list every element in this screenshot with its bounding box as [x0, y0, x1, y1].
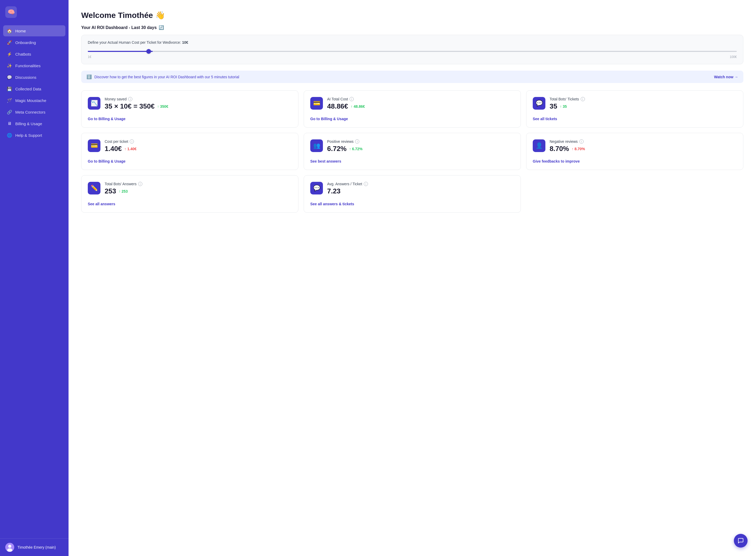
- sidebar-item-meta-connectors[interactable]: 🔗 Meta Connectors: [3, 106, 65, 117]
- card-title-row-2: Total Bots' Tickets i: [550, 97, 737, 101]
- sidebar-item-billing-usage[interactable]: 🖥 Billing & Usage: [3, 118, 65, 129]
- nav-icon-onboarding: 🚀: [7, 40, 12, 45]
- info-banner-text: ℹ️ Discover how to get the best figures …: [87, 74, 239, 79]
- card-value-2: 35: [550, 102, 557, 110]
- card-info-icon-7[interactable]: i: [364, 182, 368, 186]
- svg-point-1: [8, 545, 11, 548]
- nav-label-discussions: Discussions: [15, 75, 36, 79]
- card-info-icon-6[interactable]: i: [138, 182, 142, 186]
- card-title-text-5: Negative reviews: [550, 139, 578, 144]
- sidebar-item-chatbots[interactable]: ⚡ Chatbots: [3, 48, 65, 60]
- card-title-text-7: Avg. Answers / Ticket: [327, 182, 362, 186]
- card-info-icon-0[interactable]: i: [128, 97, 132, 101]
- card-link-7[interactable]: See all answers & tickets: [310, 201, 514, 206]
- cards-grid: 📉 Money saved i 35 × 10€ = 350€ ↑ 350€ G…: [81, 91, 743, 213]
- refresh-icon[interactable]: 🔄: [159, 25, 164, 30]
- nav-icon-chatbots: ⚡: [7, 51, 12, 57]
- dashboard-subtitle: Your AI ROI Dashboard - Last 30 days 🔄: [81, 25, 743, 30]
- card-content-3: Cost per ticket i 1.40€ ↑ 1.40€: [105, 139, 292, 153]
- card-title-text-6: Total Bots' Answers: [105, 182, 137, 186]
- card-delta-5: ↑ 8.70%: [572, 147, 585, 151]
- watch-now-link[interactable]: Watch now →: [714, 75, 738, 79]
- card-1: 💳 AI Total Cost i 48.86€ ↑ 48.86€ Go to …: [304, 91, 521, 128]
- card-top-3: 💳 Cost per ticket i 1.40€ ↑ 1.40€: [88, 139, 292, 153]
- card-info-icon-5[interactable]: i: [579, 139, 584, 144]
- card-delta-1: ↑ 48.86€: [351, 104, 365, 109]
- card-info-icon-3[interactable]: i: [130, 139, 134, 144]
- nav-label-collected-data: Collected Data: [15, 87, 41, 91]
- nav-label-help-support: Help & Support: [15, 133, 42, 138]
- card-title-text-4: Positive reviews: [327, 139, 353, 144]
- chat-fab-button[interactable]: [734, 534, 748, 548]
- slider-max: 100€: [730, 55, 737, 59]
- card-title-row-0: Money saved i: [105, 97, 292, 101]
- sidebar-item-discussions[interactable]: 💬 Discussions: [3, 72, 65, 83]
- card-3: 💳 Cost per ticket i 1.40€ ↑ 1.40€ Go to …: [81, 133, 298, 170]
- cost-slider[interactable]: [88, 51, 737, 52]
- card-icon-0: 📉: [88, 97, 100, 110]
- nav-icon-magic-moustache: 🪄: [7, 98, 12, 103]
- card-link-6[interactable]: See all answers: [88, 201, 292, 206]
- card-content-6: Total Bots' Answers i 253 ↑ 253: [105, 182, 292, 195]
- sidebar-item-functionalities[interactable]: ✨ Functionalities: [3, 60, 65, 71]
- sidebar-item-home[interactable]: 🏠 Home: [3, 25, 65, 36]
- card-title-row-3: Cost per ticket i: [105, 139, 292, 144]
- card-title-text-1: AI Total Cost: [327, 97, 348, 101]
- nav-label-home: Home: [15, 29, 26, 33]
- card-link-4[interactable]: See best answers: [310, 158, 514, 163]
- nav-icon-discussions: 💬: [7, 75, 12, 80]
- card-info-icon-2[interactable]: i: [581, 97, 585, 101]
- card-title-row-4: Positive reviews i: [327, 139, 514, 144]
- nav-icon-functionalities: ✨: [7, 63, 12, 68]
- card-link-0[interactable]: Go to Billing & Usage: [88, 116, 292, 121]
- card-link-5[interactable]: Give feedbacks to improve: [533, 158, 737, 163]
- card-title-text-3: Cost per ticket: [105, 139, 128, 144]
- card-value-1: 48.86€: [327, 102, 348, 110]
- card-link-2[interactable]: See all tickets: [533, 116, 737, 121]
- sidebar-item-collected-data[interactable]: 💾 Collected Data: [3, 83, 65, 94]
- card-icon-6: ✏️: [88, 182, 100, 195]
- slider-min: 1€: [88, 55, 91, 59]
- info-banner: ℹ️ Discover how to get the best figures …: [81, 71, 743, 83]
- card-delta-0: ↑ 350€: [157, 104, 168, 109]
- page-title: Welcome Timothée 👋: [81, 10, 743, 20]
- card-value-row-5: 8.70% ↑ 8.70%: [550, 145, 737, 153]
- slider-label: Define your Actual Human Cost per Ticket…: [88, 40, 737, 44]
- logo-icon: 🧠: [5, 6, 17, 18]
- card-value-6: 253: [105, 187, 116, 195]
- card-7: 💬 Avg. Answers / Ticket i 7.23 See all a…: [304, 175, 521, 212]
- card-value-4: 6.72%: [327, 145, 347, 153]
- card-top-6: ✏️ Total Bots' Answers i 253 ↑ 253: [88, 182, 292, 195]
- sidebar-footer: Timothée Emery (main): [0, 538, 69, 556]
- nav-icon-home: 🏠: [7, 28, 12, 33]
- card-link-3[interactable]: Go to Billing & Usage: [88, 158, 292, 163]
- card-title-row-6: Total Bots' Answers i: [105, 182, 292, 186]
- card-delta-3: ↑ 1.40€: [125, 147, 137, 151]
- card-value-row-0: 35 × 10€ = 350€ ↑ 350€: [105, 102, 292, 110]
- card-content-5: Negative reviews i 8.70% ↑ 8.70%: [550, 139, 737, 153]
- card-title-row-1: AI Total Cost i: [327, 97, 514, 101]
- card-link-1[interactable]: Go to Billing & Usage: [310, 116, 514, 121]
- card-delta-2: ↑ 35: [560, 104, 567, 109]
- card-value-row-7: 7.23: [327, 187, 514, 195]
- card-content-1: AI Total Cost i 48.86€ ↑ 48.86€: [327, 97, 514, 110]
- slider-minmax: 1€ 100€: [88, 55, 737, 59]
- card-info-icon-1[interactable]: i: [349, 97, 354, 101]
- sidebar-item-onboarding[interactable]: 🚀 Onboarding: [3, 37, 65, 48]
- card-top-0: 📉 Money saved i 35 × 10€ = 350€ ↑ 350€: [88, 97, 292, 110]
- info-icon: ℹ️: [87, 74, 92, 79]
- card-title-text-0: Money saved: [105, 97, 127, 101]
- card-title-row-5: Negative reviews i: [550, 139, 737, 144]
- card-info-icon-4[interactable]: i: [355, 139, 359, 144]
- card-top-1: 💳 AI Total Cost i 48.86€ ↑ 48.86€: [310, 97, 514, 110]
- sidebar-item-help-support[interactable]: 🌐 Help & Support: [3, 130, 65, 141]
- slider-container: [88, 48, 737, 53]
- nav-label-onboarding: Onboarding: [15, 40, 36, 45]
- card-icon-1: 💳: [310, 97, 323, 110]
- sidebar-item-magic-moustache[interactable]: 🪄 Magic Moustache: [3, 95, 65, 106]
- card-5: 👤 Negative reviews i 8.70% ↑ 8.70% Give …: [526, 133, 743, 170]
- nav-label-billing-usage: Billing & Usage: [15, 121, 42, 126]
- card-title-text-2: Total Bots' Tickets: [550, 97, 579, 101]
- card-content-7: Avg. Answers / Ticket i 7.23: [327, 182, 514, 195]
- card-0: 📉 Money saved i 35 × 10€ = 350€ ↑ 350€ G…: [81, 91, 298, 128]
